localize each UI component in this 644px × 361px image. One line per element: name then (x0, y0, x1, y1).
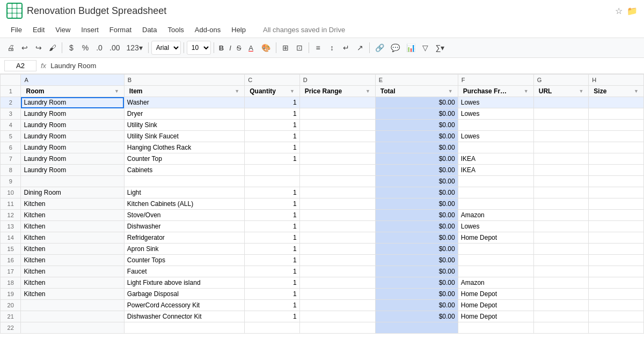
percent-btn[interactable]: % (79, 40, 92, 55)
cell[interactable]: Washer (124, 97, 244, 108)
menu-view[interactable]: View (51, 25, 75, 35)
cell[interactable]: PowerCord Accessory Kit (124, 300, 244, 311)
cell[interactable] (458, 187, 533, 198)
cell[interactable]: Laundry Room (21, 120, 124, 131)
cell[interactable] (589, 176, 644, 187)
cell[interactable] (299, 187, 375, 198)
cell[interactable] (299, 266, 375, 277)
cell[interactable]: 1 (245, 311, 300, 322)
cell[interactable]: Stove/Oven (124, 210, 244, 221)
text-rotate-btn[interactable]: ↗ (354, 40, 367, 55)
col-header-a[interactable]: A (21, 75, 124, 86)
cell[interactable]: Counter Tops (124, 255, 244, 266)
cell[interactable] (458, 255, 533, 266)
cell[interactable]: 1 (245, 210, 300, 221)
cell[interactable] (533, 232, 589, 244)
cell[interactable]: 1 (245, 187, 300, 198)
cell[interactable]: $0.00 (375, 165, 458, 176)
cell[interactable]: 1 (245, 255, 300, 266)
menu-edit[interactable]: Edit (28, 25, 49, 35)
cell[interactable]: IKEA (458, 153, 533, 165)
decimal-more-btn[interactable]: .00 (107, 40, 122, 55)
cell[interactable]: $0.00 (375, 210, 458, 221)
cell[interactable] (533, 97, 589, 108)
cell[interactable] (589, 300, 644, 311)
cell[interactable] (299, 277, 375, 289)
cell[interactable] (533, 142, 589, 153)
cell[interactable] (533, 277, 589, 289)
cell[interactable]: $0.00 (375, 232, 458, 244)
menu-format[interactable]: Format (105, 25, 136, 35)
paint-format-btn[interactable]: 🖌 (46, 40, 59, 55)
col-header-d[interactable]: D (299, 75, 375, 86)
cell[interactable] (458, 142, 533, 153)
cell[interactable]: URL▼ (533, 86, 589, 97)
cell[interactable] (245, 322, 300, 334)
cell[interactable] (589, 232, 644, 244)
cell[interactable] (458, 198, 533, 210)
cell[interactable]: Laundry Room (21, 97, 124, 108)
cell[interactable]: Cabinets (124, 165, 244, 176)
cell[interactable]: Kitchen (21, 221, 124, 232)
cell[interactable] (533, 108, 589, 120)
cell[interactable] (589, 277, 644, 289)
print-btn[interactable]: 🖨 (4, 40, 17, 55)
cell[interactable]: Faucet (124, 266, 244, 277)
col-header-b[interactable]: B (124, 75, 244, 86)
cell[interactable]: Kitchen (21, 255, 124, 266)
cell[interactable]: Laundry Room (21, 142, 124, 153)
cell[interactable] (299, 289, 375, 300)
cell[interactable]: Lowes (458, 108, 533, 120)
cell[interactable] (458, 120, 533, 131)
cell[interactable]: $0.00 (375, 244, 458, 255)
cell[interactable] (533, 289, 589, 300)
cell[interactable] (21, 311, 124, 322)
menu-help[interactable]: Help (227, 25, 250, 35)
cell[interactable]: Dining Room (21, 187, 124, 198)
cell[interactable]: Price Range▼ (299, 86, 375, 97)
cell[interactable]: 1 (245, 198, 300, 210)
col-header-f[interactable]: F (458, 75, 533, 86)
cell[interactable]: $0.00 (375, 198, 458, 210)
cell[interactable]: $0.00 (375, 289, 458, 300)
cell[interactable]: Light (124, 187, 244, 198)
cell[interactable] (375, 322, 458, 334)
cell[interactable] (533, 153, 589, 165)
document-title[interactable]: Renovation Budget Spreadsheet (27, 5, 611, 17)
cell[interactable]: Laundry Room (21, 153, 124, 165)
filter-btn[interactable]: ▽ (419, 40, 432, 55)
cell[interactable] (589, 131, 644, 142)
cell[interactable]: Kitchen (21, 210, 124, 221)
cell[interactable]: $0.00 (375, 153, 458, 165)
cell[interactable] (589, 97, 644, 108)
cell[interactable]: Lowes (458, 97, 533, 108)
cell[interactable]: Home Depot (458, 289, 533, 300)
cell[interactable] (299, 120, 375, 131)
cell[interactable] (533, 176, 589, 187)
cell[interactable]: Home Depot (458, 300, 533, 311)
cell[interactable]: Utility Sink (124, 120, 244, 131)
valign-btn[interactable]: ↕ (326, 40, 339, 55)
cell[interactable] (299, 232, 375, 244)
cell[interactable] (299, 221, 375, 232)
cell[interactable]: $0.00 (375, 221, 458, 232)
cell[interactable]: Amazon (458, 277, 533, 289)
cell[interactable]: $0.00 (375, 300, 458, 311)
cell[interactable] (533, 322, 589, 334)
formula-input[interactable] (50, 62, 640, 70)
star-icon[interactable]: ☆ (615, 6, 623, 16)
cell[interactable] (589, 266, 644, 277)
cell[interactable]: Laundry Room (21, 165, 124, 176)
cell[interactable]: Size▼ (589, 86, 644, 97)
cell[interactable] (589, 244, 644, 255)
cell[interactable] (533, 198, 589, 210)
cell[interactable]: Total▼ (375, 86, 458, 97)
cell[interactable] (299, 165, 375, 176)
cell[interactable] (533, 255, 589, 266)
cell[interactable]: $0.00 (375, 142, 458, 153)
cell[interactable] (299, 108, 375, 120)
cell[interactable]: Kitchen (21, 289, 124, 300)
col-header-e[interactable]: E (375, 75, 458, 86)
cell[interactable] (458, 176, 533, 187)
spreadsheet-container[interactable]: A B C D E F G (0, 74, 644, 361)
